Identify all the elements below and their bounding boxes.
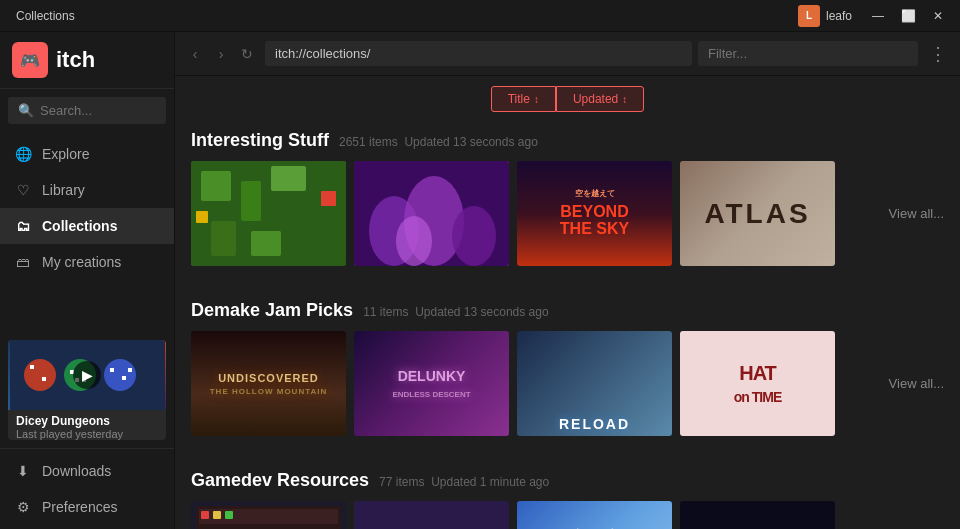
play-button[interactable]: ▶: [73, 361, 101, 389]
collection-header-demake: Demake Jam Picks 11 items Updated 13 sec…: [191, 290, 944, 321]
hat-title: HATon TIME: [734, 362, 781, 406]
sidebar-item-explore[interactable]: 🌐 Explore: [0, 136, 174, 172]
game-thumb-11[interactable]: [517, 501, 672, 529]
creations-icon: 🗃: [14, 253, 32, 271]
sidebar-bottom: ⬇ Downloads ⚙ Preferences: [0, 448, 174, 529]
explore-icon: 🌐: [14, 145, 32, 163]
game-thumb-10[interactable]: AaBbCcDdEeFfGgHhIiJjKkLlMmNnOoPpQqRrSsTt…: [354, 501, 509, 529]
svg-rect-29: [201, 511, 209, 519]
collection-demake-jam: Demake Jam Picks 11 items Updated 13 sec…: [191, 290, 944, 436]
content-area: ‹ › ↻ ⋮ Title ↕ Updated ↕: [175, 32, 960, 529]
close-button[interactable]: ✕: [924, 6, 952, 26]
svg-point-1: [24, 359, 56, 391]
reload-text: RELOAD: [559, 416, 630, 432]
collection-title-demake: Demake Jam Picks: [191, 300, 353, 321]
last-played-card[interactable]: ▶ Dicey Dungeons Last played yesterday: [8, 340, 166, 440]
sidebar-item-library[interactable]: ♡ Library: [0, 172, 174, 208]
collection-games-demake: UNDISCOVEREDTHE HOLLOW MOUNTAIN DELUNKYE…: [191, 331, 944, 436]
collection-gamedev-resources: Gamedev Resources 77 items Updated 1 min…: [191, 460, 944, 529]
game-thumb-5[interactable]: UNDISCOVEREDTHE HOLLOW MOUNTAIN: [191, 331, 346, 436]
sidebar-item-downloads[interactable]: ⬇ Downloads: [0, 453, 174, 489]
game-thumb-6[interactable]: DELUNKYENDLESS DESCENT: [354, 331, 509, 436]
content-scroll[interactable]: Title ↕ Updated ↕ Interesting Stuff 2651…: [175, 76, 960, 529]
downloads-icon: ⬇: [14, 462, 32, 480]
nav-items: 🌐 Explore ♡ Library 🗂 Collections 🗃 My c…: [0, 132, 174, 332]
username: leafo: [826, 9, 852, 23]
app-body: 🎮 itch 🔍 🌐 Explore ♡ Library 🗂 Collectio…: [0, 32, 960, 529]
game-thumb-1[interactable]: [191, 161, 346, 266]
svg-rect-5: [42, 377, 46, 381]
svg-rect-16: [211, 221, 236, 256]
collection-title-gamedev: Gamedev Resources: [191, 470, 369, 491]
forward-button[interactable]: ›: [209, 42, 233, 66]
sort-updated-button[interactable]: Updated ↕: [556, 86, 644, 112]
library-icon: ♡: [14, 181, 32, 199]
game-thumb-2[interactable]: [354, 161, 509, 266]
collection-interesting-stuff: Interesting Stuff 2651 items Updated 13 …: [191, 120, 944, 266]
collection-items-gamedev: 77 items Updated 1 minute ago: [379, 475, 549, 489]
last-played-title: Dicey Dungeons: [16, 414, 158, 428]
game-thumb-9[interactable]: [191, 501, 346, 529]
filter-input[interactable]: [698, 41, 918, 66]
game-thumb-4[interactable]: ATLAS: [680, 161, 835, 266]
address-bar[interactable]: [265, 41, 692, 66]
game-thumb-8[interactable]: HATon TIME: [680, 331, 835, 436]
collection-items-demake: 11 items Updated 13 seconds ago: [363, 305, 548, 319]
user-info: L leafo: [798, 5, 852, 27]
avatar: L: [798, 5, 820, 27]
window-controls: — ⬜ ✕: [864, 6, 952, 26]
sidebar-label-library: Library: [42, 182, 85, 198]
svg-rect-13: [201, 171, 231, 201]
sidebar-label-collections: Collections: [42, 218, 117, 234]
bts-title: BEYONDTHE SKY: [560, 203, 629, 238]
game-art-1: [191, 161, 346, 266]
delunky-text: DELUNKYENDLESS DESCENT: [392, 368, 470, 400]
logo-text: itch: [56, 47, 95, 73]
logo-area: 🎮 itch: [0, 32, 174, 89]
sidebar: 🎮 itch 🔍 🌐 Explore ♡ Library 🗂 Collectio…: [0, 32, 175, 529]
svg-rect-10: [122, 376, 126, 380]
sidebar-label-creations: My creations: [42, 254, 121, 270]
search-box[interactable]: 🔍: [8, 97, 166, 124]
view-all-interesting[interactable]: View all...: [877, 206, 944, 221]
view-all-demake[interactable]: View all...: [877, 376, 944, 391]
sidebar-item-my-creations[interactable]: 🗃 My creations: [0, 244, 174, 280]
minimize-button[interactable]: —: [864, 6, 892, 26]
navbar: ‹ › ↻ ⋮: [175, 32, 960, 76]
sort-updated-label: Updated: [573, 92, 618, 106]
sort-updated-arrow: ↕: [622, 94, 627, 105]
game-thumb-3[interactable]: 空を越えて BEYONDTHE SKY: [517, 161, 672, 266]
more-button[interactable]: ⋮: [924, 40, 952, 68]
sidebar-label-downloads: Downloads: [42, 463, 111, 479]
collection-header-gamedev: Gamedev Resources 77 items Updated 1 min…: [191, 460, 944, 491]
titlebar-title: Collections: [8, 9, 798, 23]
last-played-subtitle: Last played yesterday: [16, 428, 158, 440]
last-played-info: Dicey Dungeons Last played yesterday: [8, 410, 166, 440]
maximize-button[interactable]: ⬜: [894, 6, 922, 26]
resource-art-1: [191, 501, 346, 529]
sidebar-item-collections[interactable]: 🗂 Collections: [0, 208, 174, 244]
sort-title-arrow: ↕: [534, 94, 539, 105]
svg-rect-30: [213, 511, 221, 519]
search-input[interactable]: [40, 103, 156, 118]
back-button[interactable]: ‹: [183, 42, 207, 66]
game-thumb-7[interactable]: RELOAD: [517, 331, 672, 436]
svg-rect-18: [291, 216, 331, 256]
svg-rect-19: [196, 211, 208, 223]
sidebar-item-preferences[interactable]: ⚙ Preferences: [0, 489, 174, 525]
sort-title-button[interactable]: Title ↕: [491, 86, 556, 112]
svg-point-24: [452, 206, 496, 266]
refresh-button[interactable]: ↻: [235, 42, 259, 66]
collection-header-interesting: Interesting Stuff 2651 items Updated 13 …: [191, 120, 944, 151]
sidebar-label-preferences: Preferences: [42, 499, 117, 515]
game-thumb-12[interactable]: TEXTREME its juicy AF: [680, 501, 835, 529]
titlebar: Collections L leafo — ⬜ ✕: [0, 0, 960, 32]
sidebar-label-explore: Explore: [42, 146, 89, 162]
collection-title-interesting: Interesting Stuff: [191, 130, 329, 151]
svg-rect-17: [251, 231, 281, 256]
atlas-text: ATLAS: [704, 198, 810, 230]
svg-rect-4: [30, 365, 34, 369]
svg-rect-15: [271, 166, 306, 191]
cat-icon: [565, 524, 625, 530]
svg-rect-9: [110, 368, 114, 372]
